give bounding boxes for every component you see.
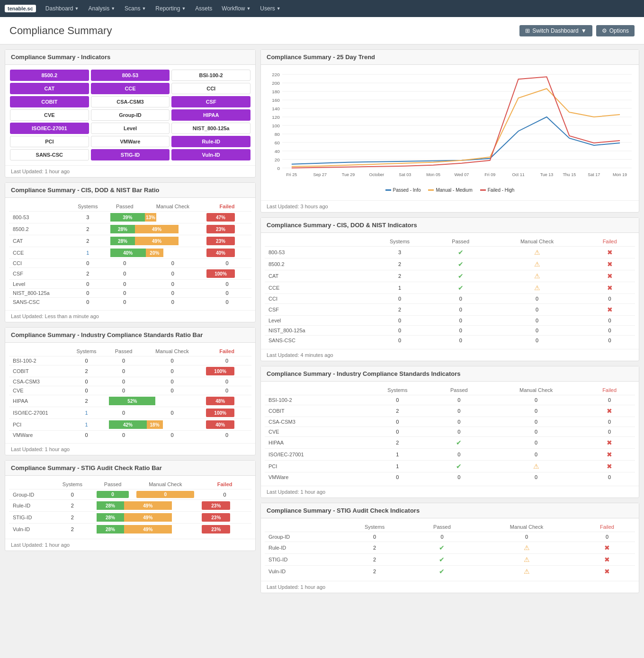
table-row: 800-533 ✔ ⚠ ✖: [265, 247, 635, 258]
svg-text:0: 0: [277, 166, 280, 171]
ind-btn-8500[interactable]: 8500.2: [10, 70, 89, 81]
ind-btn-800-53[interactable]: 800-53: [91, 70, 170, 81]
ind-btn-stig[interactable]: STIG-ID: [91, 149, 170, 160]
table-row: BSI-100-20 000: [265, 395, 635, 405]
cis-bar-card: Compliance Summary - CIS, DOD & NIST Bar…: [5, 182, 256, 322]
ind-btn-csf[interactable]: CSF: [171, 96, 250, 107]
col-name: [9, 202, 69, 212]
indicators-card-title: Compliance Summary - Indicators: [5, 50, 255, 65]
legend-orange-line: [428, 189, 434, 191]
table-row: CSF2 00 ✖: [265, 304, 635, 316]
ind-btn-nist125[interactable]: NIST_800-125a: [171, 123, 250, 134]
table-row: HIPAA 2 52% 48%: [9, 395, 251, 407]
svg-text:Wed 07: Wed 07: [455, 172, 469, 177]
top-nav: tenable.sc Dashboard ▼ Analysis ▼ Scans …: [0, 0, 644, 17]
cis-bar-table: Systems Passed Manual Check Failed 800-5…: [9, 202, 251, 306]
ind-btn-cobit[interactable]: COBIT: [10, 96, 89, 107]
industry-bar-card: Compliance Summary - Industry Compliance…: [5, 327, 256, 455]
ind-btn-rule[interactable]: Rule-ID: [171, 136, 250, 147]
table-row: CVE0 000: [265, 427, 635, 437]
cis-ind-table: Systems Passed Manual Check Failed 800-5…: [265, 237, 635, 345]
industry-ind-table: Systems Passed Manual Check Failed BSI-1…: [265, 385, 635, 482]
ind-btn-cce[interactable]: CCE: [91, 83, 170, 94]
svg-text:180: 180: [272, 89, 280, 94]
page-title: Compliance Summary: [9, 25, 112, 37]
ind-btn-cve[interactable]: CVE: [10, 109, 89, 121]
ind-btn-sans[interactable]: SANS-CSC: [10, 149, 89, 160]
nav-users[interactable]: Users ▼: [256, 3, 284, 14]
table-row: 8500.2 2 28% 49% 23%: [9, 223, 251, 235]
trend-footer: Last Updated: 3 hours ago: [261, 200, 639, 212]
cis-bar-title: Compliance Summary - CIS, DOD & NIST Bar…: [5, 183, 255, 198]
table-row: Level0 000: [265, 316, 635, 326]
table-row: PCI 1 42% 18% 40%: [9, 419, 251, 431]
stig-bar-card: Compliance Summary - STIG Audit Check Ra…: [5, 460, 256, 551]
svg-text:Fri 09: Fri 09: [484, 172, 495, 177]
ind-btn-cci[interactable]: CCI: [171, 83, 250, 94]
col-manual: Manual Check: [143, 202, 203, 212]
nav-assets[interactable]: Assets: [191, 3, 216, 14]
nav-analysis[interactable]: Analysis ▼: [84, 3, 119, 14]
cis-ind-title: Compliance Summary - CIS, DOD & NIST Ind…: [261, 218, 639, 233]
page-header: Compliance Summary ⊞ Switch Dashboard ▼ …: [0, 17, 644, 44]
nav-dashboard[interactable]: Dashboard ▼: [42, 3, 83, 14]
header-buttons: ⊞ Switch Dashboard ▼ ⚙ Options: [519, 25, 635, 36]
nav-reporting[interactable]: Reporting ▼: [152, 3, 189, 14]
industry-ind-title: Compliance Summary - Industry Compliance…: [261, 366, 639, 382]
ind-btn-pci[interactable]: PCI: [10, 136, 89, 147]
chevron-down-icon: ▼: [581, 27, 587, 34]
chevron-down-icon: ▼: [111, 6, 115, 11]
ind-btn-csa[interactable]: CSA-CSM3: [91, 96, 170, 107]
ind-btn-bsi[interactable]: BSI-100-2: [171, 70, 250, 81]
table-row: CCI 0 0 0 0: [9, 259, 251, 268]
table-row: VMWare0 000: [265, 472, 635, 482]
table-row: NIST_800-125a 0 0 0 0: [9, 289, 251, 298]
table-row: CAT 2 28% 49% 23%: [9, 235, 251, 247]
ind-btn-level[interactable]: Level: [91, 123, 170, 134]
table-row: CSA-CSM30 000: [265, 417, 635, 427]
indicators-card: Compliance Summary - Indicators 8500.2 8…: [5, 49, 256, 178]
table-row: Group-ID 0 0 0 0: [9, 489, 251, 500]
col-failed: Failed: [203, 202, 251, 212]
cis-bar-footer: Last Updated: Less than a minute ago: [5, 310, 255, 322]
nav-scans[interactable]: Scans ▼: [121, 3, 150, 14]
table-row: CCI0 000: [265, 294, 635, 304]
ind-btn-vuln[interactable]: Vuln-ID: [171, 149, 250, 160]
nav-workflow[interactable]: Workflow ▼: [218, 3, 254, 14]
options-button[interactable]: ⚙ Options: [596, 25, 635, 36]
industry-bar-title: Compliance Summary - Industry Compliance…: [5, 328, 255, 343]
table-row: HIPAA2 ✔ 0 ✖: [265, 437, 635, 449]
right-column: Compliance Summary - 25 Day Trend 220 20…: [260, 49, 639, 593]
col-passed: Passed: [107, 202, 143, 212]
table-row: BSI-100-20000: [9, 356, 251, 365]
stig-ind-card: Compliance Summary - STIG Audit Check In…: [260, 503, 639, 593]
logo[interactable]: tenable.sc: [5, 5, 36, 12]
ind-btn-cat[interactable]: CAT: [10, 83, 89, 94]
cis-bar-body: Systems Passed Manual Check Failed 800-5…: [5, 198, 255, 310]
chevron-down-icon: ▼: [181, 6, 186, 11]
svg-text:140: 140: [272, 106, 280, 111]
svg-text:October: October: [369, 172, 384, 177]
ind-btn-vmware[interactable]: VMWare: [91, 136, 170, 147]
stig-ind-title: Compliance Summary - STIG Audit Check In…: [261, 503, 639, 518]
table-row: 800-53 3 39% 13% 47%: [9, 212, 251, 223]
table-row: CCE 1 40% 20% 40%: [9, 247, 251, 259]
table-row: CVE0000: [9, 386, 251, 395]
ind-btn-hipaa[interactable]: HIPAA: [171, 109, 250, 121]
legend-passed: Passed - Info: [385, 187, 421, 193]
table-row: CAT2 ✔ ⚠ ✖: [265, 270, 635, 282]
chevron-down-icon: ▼: [75, 6, 79, 11]
ind-btn-group[interactable]: Group-ID: [91, 109, 170, 121]
indicators-footer: Last Updated: 1 hour ago: [5, 165, 255, 177]
svg-text:20: 20: [275, 157, 280, 162]
industry-ind-body: Systems Passed Manual Check Failed BSI-1…: [261, 382, 639, 486]
stig-bar-body: Systems Passed Manual Check Failed Group…: [5, 476, 255, 539]
switch-dashboard-button[interactable]: ⊞ Switch Dashboard ▼: [519, 25, 592, 36]
svg-text:Mon 05: Mon 05: [426, 172, 440, 177]
industry-bar-body: Systems Passed Manual Check Failed BSI-1…: [5, 343, 255, 443]
legend-failed: Failed - High: [480, 187, 515, 193]
table-row: SANS-CSC0 000: [265, 336, 635, 346]
ind-btn-iso[interactable]: ISO/IEC-27001: [10, 123, 89, 134]
chart-area: 220 200 180 160 140 120 100 80 60 40 20 …: [261, 65, 639, 200]
svg-text:Sat 17: Sat 17: [588, 172, 600, 177]
